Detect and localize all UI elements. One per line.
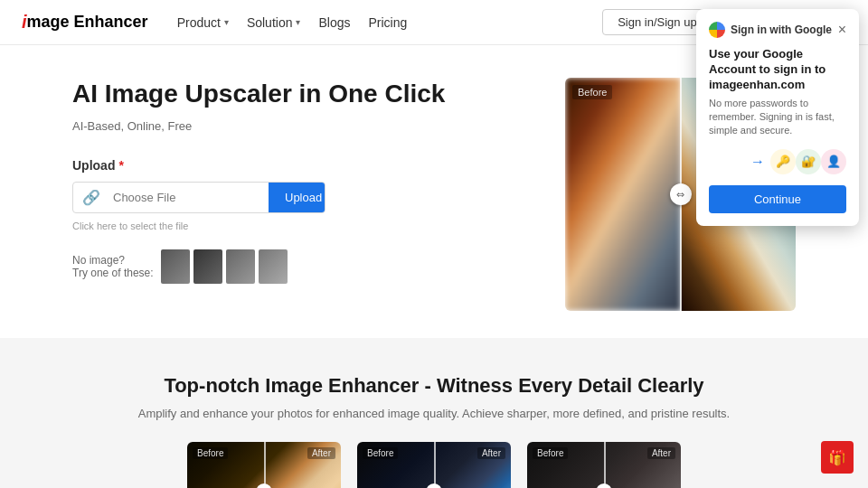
- popup-icons-row: → 🔑 🔐 👤: [709, 149, 846, 174]
- card1-after-label: After: [307, 447, 335, 459]
- card2-before-label: Before: [363, 447, 398, 459]
- popup-close-button[interactable]: ×: [838, 23, 846, 37]
- google-g-icon: [709, 22, 725, 38]
- google-signin-popup: Sign in with Google × Use your Google Ac…: [696, 9, 859, 226]
- sample-thumb-4[interactable]: [259, 249, 288, 284]
- required-marker: *: [118, 158, 123, 173]
- card2-slider-handle[interactable]: ⇔: [426, 483, 442, 488]
- popup-security-text: No more passwords to remember. Signing i…: [709, 97, 846, 138]
- nav-item-blogs[interactable]: Blogs: [318, 15, 350, 30]
- image-before: [565, 78, 681, 311]
- key-icon: 🔑: [770, 149, 796, 174]
- sample-images: No image? Try one of these:: [72, 249, 529, 284]
- logo-text: mage Enhancer: [27, 13, 148, 32]
- card3-before-label: Before: [533, 447, 568, 459]
- popup-arrow-icon: →: [750, 154, 765, 170]
- hero-title: AI Image Upscaler in One Click: [72, 78, 529, 110]
- gift-button[interactable]: 🎁: [821, 441, 854, 474]
- file-input[interactable]: [109, 183, 269, 211]
- card3-after-label: After: [647, 447, 675, 459]
- popup-title: Sign in with Google: [731, 23, 832, 36]
- card3-slider-handle[interactable]: ⇔: [596, 483, 612, 488]
- card2-slider-line: [434, 442, 436, 488]
- hero-subtitle: AI-Based, Online, Free: [72, 119, 529, 133]
- upload-area: 🔗 Upload Image: [72, 182, 326, 213]
- sample-thumb-1[interactable]: [161, 249, 190, 284]
- lock-icon: 🔐: [796, 149, 821, 174]
- preview-card-3: Before After ⇔: [527, 442, 681, 488]
- card2-after-label: After: [477, 447, 505, 459]
- popup-body-title: Use your Google Account to sign in to im…: [709, 47, 846, 93]
- hero-left: AI Image Upscaler in One Click AI-Based,…: [72, 78, 529, 284]
- section2-title: Top-notch Image Enhancer - Witness Every…: [72, 374, 796, 398]
- card1-before-label: Before: [193, 447, 228, 459]
- link-icon: 🔗: [73, 189, 109, 206]
- upload-button[interactable]: Upload Image: [269, 183, 326, 212]
- sample-label: No image? Try one of these:: [72, 254, 154, 279]
- nav-item-pricing[interactable]: Pricing: [369, 15, 408, 30]
- card1-slider-handle[interactable]: ⇔: [256, 483, 272, 488]
- preview-card-2: Before After ⇔: [357, 442, 511, 488]
- continue-button[interactable]: Continue: [709, 185, 846, 213]
- sample-thumb-2[interactable]: [193, 249, 222, 284]
- section2: Top-notch Image Enhancer - Witness Every…: [0, 338, 868, 488]
- preview-cards: Before After ⇔ Before After ⇔ Before Aft…: [72, 442, 796, 488]
- upload-label: Upload *: [72, 158, 529, 173]
- popup-header: Sign in with Google ×: [709, 22, 846, 38]
- google-logo: Sign in with Google: [709, 22, 832, 38]
- nav-item-solution[interactable]: Solution ▾: [247, 15, 301, 30]
- section2-subtitle: Amplify and enhance your photos for enha…: [72, 407, 796, 420]
- chevron-down-icon: ▾: [296, 17, 300, 27]
- sample-thumb-3[interactable]: [226, 249, 255, 284]
- card3-slider-line: [604, 442, 606, 488]
- nav-item-product[interactable]: Product ▾: [177, 15, 229, 30]
- nav-menu: Product ▾ Solution ▾ Blogs Pricing: [177, 15, 603, 30]
- slider-handle[interactable]: ⇔: [670, 183, 692, 205]
- preview-card-1: Before After ⇔: [187, 442, 341, 488]
- sample-thumbs: [161, 249, 288, 284]
- chevron-down-icon: ▾: [224, 17, 229, 27]
- before-label: Before: [572, 85, 612, 99]
- person-icon: 👤: [821, 149, 846, 174]
- slider-icon: ⇔: [676, 189, 684, 201]
- logo[interactable]: i mage Enhancer: [22, 12, 148, 33]
- card1-slider-line: [264, 442, 266, 488]
- upload-hint: Click here to select the file: [72, 221, 529, 231]
